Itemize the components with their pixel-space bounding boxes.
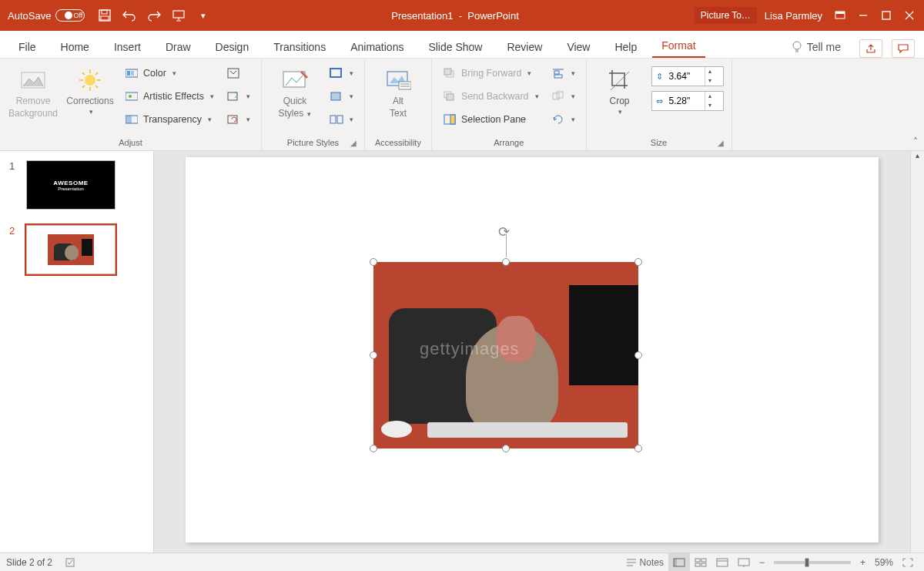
zoom-in-icon[interactable]: + xyxy=(855,553,870,572)
svg-line-49 xyxy=(611,72,629,90)
tab-transitions[interactable]: Transitions xyxy=(264,36,335,58)
align-button[interactable]: ▾ xyxy=(548,63,578,83)
transparency-button[interactable]: Transparency▾ xyxy=(122,109,217,129)
close-icon[interactable] xyxy=(899,5,919,25)
send-backward-button[interactable]: Send Backward▾ xyxy=(440,86,542,106)
rotate-button[interactable]: ▾ xyxy=(548,109,578,129)
sorter-view-icon[interactable] xyxy=(690,553,711,572)
dialog-launcher-icon[interactable]: ◢ xyxy=(350,139,357,147)
compress-pictures-button[interactable] xyxy=(223,63,253,83)
spin-down-icon[interactable]: ▾ xyxy=(705,76,715,86)
normal-view-icon[interactable] xyxy=(668,553,690,572)
tell-me-search[interactable]: Tell me xyxy=(782,36,850,58)
tab-insert[interactable]: Insert xyxy=(105,36,150,58)
zoom-level[interactable]: 59% xyxy=(870,553,898,572)
tab-animations[interactable]: Animations xyxy=(341,36,413,58)
resize-handle[interactable] xyxy=(502,258,510,266)
alt-text-label1: Alt xyxy=(393,96,403,106)
tab-file[interactable]: File xyxy=(9,36,45,58)
ribbon-options-icon[interactable] xyxy=(830,5,850,25)
fit-to-window-icon[interactable] xyxy=(898,553,918,572)
app-name: PowerPoint xyxy=(467,10,518,22)
vertical-scrollbar[interactable]: ▴ xyxy=(910,151,924,553)
color-button[interactable]: Color▾ xyxy=(122,63,217,83)
share-icon[interactable] xyxy=(859,39,882,58)
zoom-slider-thumb[interactable] xyxy=(805,558,809,567)
tab-home[interactable]: Home xyxy=(52,36,99,58)
zoom-out-icon[interactable]: − xyxy=(755,553,769,572)
alt-text-button[interactable]: Alt Text xyxy=(373,63,424,119)
tab-design[interactable]: Design xyxy=(206,36,259,58)
scroll-up-icon[interactable]: ▴ xyxy=(911,151,924,163)
crop-button[interactable]: Crop ▾ xyxy=(594,63,645,116)
tab-help[interactable]: Help xyxy=(605,36,646,58)
slide-thumbnail-1[interactable]: AWESOME Presentation xyxy=(26,160,116,210)
undo-icon[interactable] xyxy=(117,0,142,31)
spellcheck-icon[interactable] xyxy=(60,553,80,572)
svg-rect-30 xyxy=(330,69,341,77)
chevron-down-icon: ▾ xyxy=(89,108,93,116)
resize-handle[interactable] xyxy=(634,445,642,452)
corrections-button[interactable]: Corrections ▾ xyxy=(65,63,116,116)
slide-canvas[interactable]: ⟳ gettyimages xyxy=(186,157,879,542)
picture-border-button[interactable]: ▾ xyxy=(326,63,357,83)
zoom-slider[interactable] xyxy=(774,561,851,564)
collapse-ribbon-icon[interactable]: ˄ xyxy=(907,133,924,150)
picture-effects-button[interactable]: ▾ xyxy=(326,86,357,106)
alt-text-label2: Text xyxy=(390,108,407,119)
reading-view-icon[interactable] xyxy=(711,553,733,572)
picture-layout-button[interactable]: ▾ xyxy=(326,109,357,129)
tab-format[interactable]: Format xyxy=(652,35,705,58)
resize-handle[interactable] xyxy=(634,258,642,266)
resize-handle[interactable] xyxy=(502,445,510,452)
group-objects-button[interactable]: ▾ xyxy=(548,86,578,106)
minimize-icon[interactable] xyxy=(853,5,873,25)
slideshow-view-icon[interactable] xyxy=(733,553,755,572)
remove-background-button[interactable]: Remove Background xyxy=(8,63,59,119)
selection-pane-button[interactable]: Selection Pane xyxy=(440,109,542,129)
alt-text-icon xyxy=(384,66,412,94)
tab-review[interactable]: Review xyxy=(497,36,551,58)
width-input[interactable]: ⇔ ▴▾ xyxy=(651,91,724,111)
height-input[interactable]: ⇕ ▴▾ xyxy=(651,66,724,86)
redo-icon[interactable] xyxy=(142,0,166,31)
spin-up-icon[interactable]: ▴ xyxy=(705,67,715,76)
tab-view[interactable]: View xyxy=(557,36,599,58)
comments-icon[interactable] xyxy=(892,39,915,58)
tab-draw[interactable]: Draw xyxy=(156,36,200,58)
svg-rect-5 xyxy=(835,12,845,14)
quick-styles-button[interactable]: Quick Styles ▾ xyxy=(270,63,320,119)
slide-thumbnail-2[interactable] xyxy=(26,225,116,274)
resize-handle[interactable] xyxy=(634,351,642,359)
slide-indicator[interactable]: Slide 2 of 2 xyxy=(6,557,52,568)
spin-down-icon[interactable]: ▾ xyxy=(705,101,715,110)
dialog-launcher-icon[interactable]: ◢ xyxy=(718,139,724,147)
maximize-icon[interactable] xyxy=(876,5,896,25)
resize-handle[interactable] xyxy=(370,258,377,266)
reset-picture-button[interactable]: ▾ xyxy=(223,109,253,129)
bring-forward-button[interactable]: Bring Forward▾ xyxy=(440,63,542,83)
width-field[interactable] xyxy=(668,96,705,106)
reset-picture-icon xyxy=(226,113,240,126)
thumb1-title: AWESOME xyxy=(53,180,88,186)
corrections-label: Corrections xyxy=(66,96,113,106)
tab-slideshow[interactable]: Slide Show xyxy=(419,36,491,58)
svg-rect-45 xyxy=(554,71,559,74)
rotation-handle-icon[interactable]: ⟳ xyxy=(498,223,514,239)
qat-customize-icon[interactable]: ▾ xyxy=(191,0,216,31)
resize-handle[interactable] xyxy=(370,445,377,452)
artistic-effects-button[interactable]: Artistic Effects▾ xyxy=(122,86,217,106)
notes-button[interactable]: Notes xyxy=(621,553,668,572)
spin-up-icon[interactable]: ▴ xyxy=(705,92,715,101)
slide-canvas-area[interactable]: ⟳ gettyimages xyxy=(154,151,910,553)
present-icon[interactable] xyxy=(166,0,191,31)
svg-rect-31 xyxy=(331,92,340,100)
autosave-toggle[interactable]: AutoSave Off xyxy=(0,9,92,22)
picture-tools-tab[interactable]: Picture To… xyxy=(695,7,757,24)
change-picture-button[interactable]: ▾ xyxy=(223,86,253,106)
resize-handle[interactable] xyxy=(370,351,377,359)
selected-picture[interactable]: ⟳ gettyimages xyxy=(373,262,638,448)
save-icon[interactable] xyxy=(92,0,117,31)
user-name[interactable]: Lisa Parmley xyxy=(760,10,827,22)
height-field[interactable] xyxy=(668,71,705,82)
